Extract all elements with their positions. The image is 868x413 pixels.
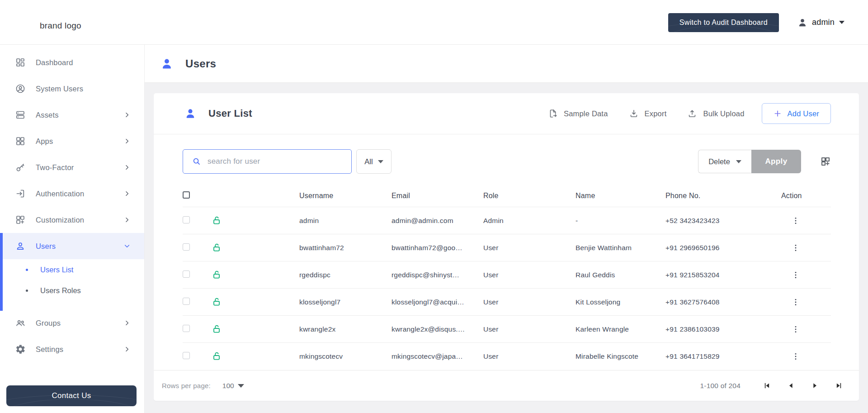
unlock-icon <box>212 297 222 307</box>
bulk-upload-button[interactable]: Bulk Upload <box>687 109 744 119</box>
rows-per-page-select[interactable]: 100 <box>222 382 244 390</box>
login-icon <box>15 188 26 199</box>
username-label: admin <box>812 18 835 27</box>
chevron-right-icon <box>123 346 131 353</box>
download-icon <box>629 109 639 119</box>
sidebar-item-assets[interactable]: Assets <box>0 102 144 128</box>
table-header-row: Username Email Role Name Phone No. Actio… <box>183 185 831 207</box>
last-page-button[interactable] <box>835 382 843 389</box>
search-icon <box>192 157 201 166</box>
rows-per-page-value: 100 <box>222 382 234 390</box>
export-button[interactable]: Export <box>629 109 667 119</box>
unlock-icon <box>212 242 222 253</box>
sidebar-label: Users <box>36 242 56 251</box>
sidebar-item-two-factor[interactable]: Two-Factor <box>0 154 144 180</box>
row-actions-kebab-icon[interactable] <box>791 216 800 225</box>
row-actions-kebab-icon[interactable] <box>791 271 800 280</box>
search-filter-select[interactable]: All <box>356 149 392 174</box>
phone-cell: +91 2969650196 <box>665 244 781 252</box>
unlock-icon <box>212 270 222 280</box>
table-row: bwattinham72 bwattinham72@goo… User Benj… <box>183 234 831 261</box>
caret-down-icon <box>378 160 383 163</box>
col-header-email: Email <box>392 192 483 200</box>
sidebar-item-dashboard[interactable]: Dashboard <box>0 49 144 76</box>
table-row: klosseljongl7 klosseljongl7@acqui… User … <box>183 288 831 315</box>
apply-button[interactable]: Apply <box>751 150 801 173</box>
sidebar-subitem-users-roles[interactable]: Users Roles <box>0 280 144 301</box>
email-cell: kwrangle2x@disqus.… <box>392 325 483 333</box>
plus-icon <box>774 109 782 118</box>
users-table: Username Email Role Name Phone No. Actio… <box>183 185 831 370</box>
row-checkbox[interactable] <box>183 325 190 332</box>
previous-page-button[interactable] <box>787 382 795 389</box>
person-icon <box>15 241 26 252</box>
sidebar-item-system-users[interactable]: System Users <box>0 76 144 102</box>
row-checkbox[interactable] <box>183 352 190 359</box>
row-actions-kebab-icon[interactable] <box>791 243 800 252</box>
first-page-button[interactable] <box>763 382 771 389</box>
table-row: kwrangle2x kwrangle2x@disqus.… User Karl… <box>183 315 831 342</box>
col-header-role: Role <box>483 192 576 200</box>
search-input[interactable] <box>208 157 339 166</box>
select-all-checkbox[interactable] <box>183 191 190 199</box>
bulk-action-value: Delete <box>708 157 730 166</box>
sample-data-button[interactable]: Sample Data <box>548 109 608 119</box>
chevron-right-icon <box>123 319 131 327</box>
sidebar-sublabel: Users Roles <box>40 286 81 295</box>
add-user-label: Add User <box>788 109 819 118</box>
name-cell: Benjie Wattinham <box>576 244 665 252</box>
chevron-right-icon <box>811 382 819 389</box>
email-cell: admin@admin.com <box>392 217 483 225</box>
switch-to-audit-dashboard-button[interactable]: Switch to Audit Dashboard <box>668 13 779 32</box>
row-checkbox[interactable] <box>183 271 190 278</box>
sidebar-label: Settings <box>36 345 63 354</box>
col-header-action: Action <box>781 192 831 200</box>
username-cell: rgeddispc <box>299 271 392 279</box>
sidebar-subitem-users-list[interactable]: Users List <box>0 259 144 280</box>
upload-icon <box>687 109 697 119</box>
row-checkbox[interactable] <box>183 216 190 223</box>
chevron-right-icon <box>123 138 131 145</box>
row-actions-kebab-icon[interactable] <box>791 325 800 334</box>
name-cell: Raul Geddis <box>576 271 665 279</box>
user-account-menu[interactable]: admin <box>797 0 844 45</box>
add-user-button[interactable]: Add User <box>762 103 831 124</box>
row-actions-kebab-icon[interactable] <box>791 298 800 307</box>
next-page-button[interactable] <box>811 382 819 389</box>
sidebar-item-users[interactable]: Users <box>0 233 144 259</box>
row-checkbox[interactable] <box>183 243 190 251</box>
name-cell: Mirabelle Kingscote <box>576 352 665 361</box>
grid-plus-icon <box>820 156 831 167</box>
sidebar-item-authentication[interactable]: Authentication <box>0 180 144 207</box>
sidebar-item-customization[interactable]: Customization <box>0 207 144 233</box>
row-actions-kebab-icon[interactable] <box>791 352 800 361</box>
bulk-action-select[interactable]: Delete <box>698 150 751 173</box>
sidebar-item-settings[interactable]: Settings <box>0 336 144 362</box>
contact-us-button[interactable]: Contact Us <box>6 385 137 406</box>
dashboard-icon <box>15 57 26 68</box>
page-title-bar: Users <box>145 45 868 83</box>
gear-icon <box>15 344 26 355</box>
sidebar-item-apps[interactable]: Apps <box>0 128 144 154</box>
phone-cell: +91 3641715829 <box>665 352 781 361</box>
groups-icon <box>15 318 26 328</box>
chevron-right-icon <box>123 216 131 223</box>
page-title: Users <box>185 57 216 70</box>
caret-down-icon <box>238 384 244 388</box>
key-icon <box>15 162 26 173</box>
customize-columns-button[interactable] <box>820 156 831 167</box>
role-cell: User <box>483 325 576 333</box>
table-pagination-footer: Rows per page: 100 1-100 of 204 <box>154 370 859 401</box>
phone-cell: +91 3627576408 <box>665 298 781 306</box>
sidebar-label: Dashboard <box>36 58 73 67</box>
row-checkbox[interactable] <box>183 298 190 305</box>
filter-value: All <box>364 157 373 166</box>
username-cell: klosseljongl7 <box>299 298 392 306</box>
sidebar-label: Apps <box>36 137 53 146</box>
bullet-icon <box>26 290 28 292</box>
name-cell: Kit Losseljong <box>576 298 665 306</box>
first-page-icon <box>763 382 771 389</box>
sidebar-item-groups[interactable]: Groups <box>0 310 144 336</box>
pagination-range-label: 1-100 of 204 <box>700 382 741 390</box>
phone-cell: +91 9215853204 <box>665 271 781 279</box>
